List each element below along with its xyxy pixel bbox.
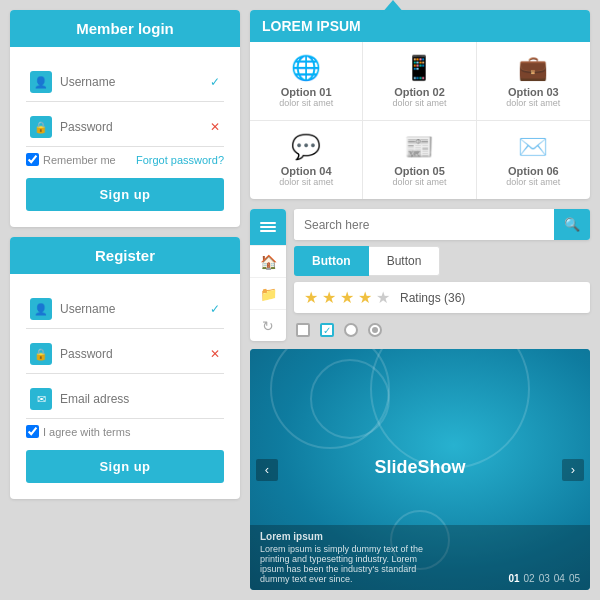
register-body: 👤 ✓ 🔒 ✕ ✉ I agree with terms Sign up [10, 274, 240, 499]
password-invalid-icon: ✕ [210, 120, 220, 134]
mobile-icon: 📱 [404, 54, 434, 82]
checkbox-unchecked[interactable] [296, 323, 310, 337]
lock-icon: 🔒 [30, 116, 52, 138]
option-03-cell[interactable]: 💼 Option 03 dolor sit amet [477, 42, 590, 121]
option-01-label: Option 01 [281, 86, 332, 98]
left-column: Member login 👤 ✓ 🔒 ✕ Remember me Forgot … [10, 10, 240, 590]
email-icon: ✉ [30, 388, 52, 410]
slideshow-text: Lorem ipsum Lorem ipsum is simply dummy … [260, 531, 440, 584]
nav-refresh-button[interactable]: ↻ [250, 309, 286, 341]
option-06-cell[interactable]: ✉️ Option 06 dolor sit amet [477, 121, 590, 199]
button-active[interactable]: Button [294, 246, 369, 276]
star-4: ★ [358, 288, 372, 307]
login-password-input[interactable] [60, 120, 210, 134]
nav-folder-button[interactable]: 📁 [250, 277, 286, 309]
dot-05[interactable]: 05 [569, 573, 580, 584]
option-04-sub: dolor sit amet [279, 177, 333, 187]
globe-icon: 🌐 [291, 54, 321, 82]
register-lock-icon: 🔒 [30, 343, 52, 365]
agree-label[interactable]: I agree with terms [26, 425, 130, 438]
lorem-title: LOREM IPSUM [262, 18, 361, 34]
dot-01[interactable]: 01 [508, 573, 519, 584]
ratings-label: Ratings (36) [400, 291, 465, 305]
lorem-panel: LOREM IPSUM 🌐 Option 01 dolor sit amet 📱… [250, 10, 590, 199]
register-password-input[interactable] [60, 347, 210, 361]
option-02-label: Option 02 [394, 86, 445, 98]
option-05-cell[interactable]: 📰 Option 05 dolor sit amet [363, 121, 476, 199]
button-row: Button Button [294, 246, 590, 276]
slideshow-title: SlideShow [374, 457, 465, 478]
remember-row: Remember me Forgot password? [26, 153, 224, 166]
option-01-sub: dolor sit amet [279, 98, 333, 108]
slideshow-prev-button[interactable]: ‹ [256, 459, 278, 481]
circle-3 [370, 349, 530, 469]
register-password-field: 🔒 ✕ [26, 335, 224, 374]
lorem-header: LOREM IPSUM [250, 10, 590, 42]
option-04-label: Option 04 [281, 165, 332, 177]
register-password-invalid: ✕ [210, 347, 220, 361]
agree-row: I agree with terms [26, 425, 224, 438]
bottom-right: 🏠 📁 ↻ 🔍 Button Button ★ ★ ★ ★ [250, 209, 590, 590]
register-email-input[interactable] [60, 392, 220, 406]
checkbox-checked[interactable]: ✓ [320, 323, 334, 337]
remember-checkbox[interactable] [26, 153, 39, 166]
right-column: LOREM IPSUM 🌐 Option 01 dolor sit amet 📱… [250, 10, 590, 590]
slideshow-next-button[interactable]: › [562, 459, 584, 481]
login-signup-button[interactable]: Sign up [26, 178, 224, 211]
mail-icon: ✉️ [518, 133, 548, 161]
search-button[interactable]: 🔍 [554, 209, 590, 240]
star-5: ★ [376, 288, 390, 307]
slideshow-subtitle: Lorem ipsum [260, 531, 440, 542]
dot-02[interactable]: 02 [524, 573, 535, 584]
option-06-label: Option 06 [508, 165, 559, 177]
option-05-label: Option 05 [394, 165, 445, 177]
username-valid-icon: ✓ [210, 75, 220, 89]
hamburger-button[interactable] [250, 209, 286, 245]
register-card: Register 👤 ✓ 🔒 ✕ ✉ I agree with terms [10, 237, 240, 499]
register-username-input[interactable] [60, 302, 210, 316]
search-row: 🔍 [294, 209, 590, 240]
radio-unchecked[interactable] [344, 323, 358, 337]
option-03-label: Option 03 [508, 86, 559, 98]
radio-checked[interactable] [368, 323, 382, 337]
nav-sidebar: 🏠 📁 ↻ [250, 209, 286, 341]
option-01-cell[interactable]: 🌐 Option 01 dolor sit amet [250, 42, 363, 121]
slideshow-bottom: Lorem ipsum Lorem ipsum is simply dummy … [250, 525, 590, 590]
briefcase-icon: 💼 [518, 54, 548, 82]
option-06-sub: dolor sit amet [506, 177, 560, 187]
hamburger-line-3 [260, 230, 276, 232]
login-username-input[interactable] [60, 75, 210, 89]
checkbox-box-checked[interactable]: ✓ [320, 323, 334, 337]
register-header: Register [10, 237, 240, 274]
option-02-cell[interactable]: 📱 Option 02 dolor sit amet [363, 42, 476, 121]
option-04-cell[interactable]: 💬 Option 04 dolor sit amet [250, 121, 363, 199]
star-2: ★ [322, 288, 336, 307]
register-user-icon: 👤 [30, 298, 52, 320]
nav-home-button[interactable]: 🏠 [250, 245, 286, 277]
login-password-field: 🔒 ✕ [26, 108, 224, 147]
dot-04[interactable]: 04 [554, 573, 565, 584]
hamburger-line-1 [260, 222, 276, 224]
register-username-valid: ✓ [210, 302, 220, 316]
forgot-password-link[interactable]: Forgot password? [136, 154, 224, 166]
agree-checkbox[interactable] [26, 425, 39, 438]
login-card: Member login 👤 ✓ 🔒 ✕ Remember me Forgot … [10, 10, 240, 227]
check-mark: ✓ [323, 325, 331, 336]
radio-button-filled[interactable] [368, 323, 382, 337]
button-inactive[interactable]: Button [369, 246, 441, 276]
radio-button-empty[interactable] [344, 323, 358, 337]
search-input[interactable] [294, 210, 554, 240]
star-1: ★ [304, 288, 318, 307]
dot-03[interactable]: 03 [539, 573, 550, 584]
slideshow: SlideShow ‹ › Lorem ipsum Lorem ipsum is… [250, 349, 590, 590]
search-nav-row: 🏠 📁 ↻ 🔍 Button Button ★ ★ ★ ★ [250, 209, 590, 341]
register-signup-button[interactable]: Sign up [26, 450, 224, 483]
register-username-field: 👤 ✓ [26, 290, 224, 329]
news-icon: 📰 [404, 133, 434, 161]
checkbox-box-empty[interactable] [296, 323, 310, 337]
user-icon: 👤 [30, 71, 52, 93]
option-02-sub: dolor sit amet [392, 98, 446, 108]
checkboxes-row: ✓ [294, 319, 590, 341]
remember-label[interactable]: Remember me [26, 153, 116, 166]
register-title: Register [95, 247, 155, 264]
